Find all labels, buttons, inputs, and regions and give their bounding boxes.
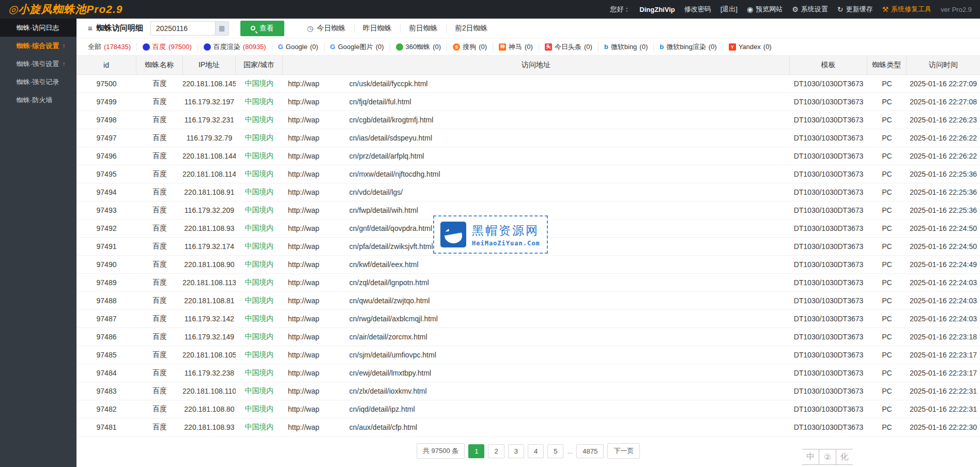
list-icon: ≡ <box>88 24 93 33</box>
table-row: 97486 百度 116.179.32.149 中国境内 http://wapc… <box>76 328 980 346</box>
cell-ip: 220.181.108.144 <box>183 147 236 165</box>
cell-ip: 220.181.108.145 <box>183 75 236 92</box>
censored-domain <box>319 238 349 255</box>
spider-filter[interactable]: b 微软bing渲染 (0) <box>653 42 722 52</box>
table-row: 97495 百度 220.181.108.114 中国境内 http://wap… <box>76 165 980 183</box>
page-button[interactable]: 4 <box>528 444 544 458</box>
spider-filter[interactable]: Y Yandex (0) <box>723 43 777 51</box>
top-header: ◎小旋风蜘蛛池Pro2.9 您好： DingZhiVip 修改密码 [退出] ◉… <box>0 0 980 19</box>
spider-count: (0) <box>763 43 772 51</box>
cell-url: http://wapcn/prz/detail/arfplq.html <box>283 147 790 165</box>
spider-icon <box>204 43 211 51</box>
cell-id: 97496 <box>76 147 136 165</box>
cell-spider-name: 百度 <box>136 274 183 291</box>
spider-count: (0) <box>310 43 318 51</box>
spider-count: (0) <box>479 43 487 51</box>
cell-spider-name: 百度 <box>136 201 183 219</box>
table-row: 97496 百度 220.181.108.144 中国境内 http://wap… <box>76 147 980 165</box>
cell-template: DT1030/1030DT3673 <box>790 418 867 436</box>
table-row: 97485 百度 220.181.108.105 中国境内 http://wap… <box>76 346 980 364</box>
column-header: 蜘蛛名称 <box>136 56 183 74</box>
censored-domain <box>319 111 349 129</box>
day-filter-link[interactable]: 前2日蜘蛛 <box>446 24 496 33</box>
cell-id: 97481 <box>76 418 136 436</box>
day-filter-link[interactable]: 昨日蜘蛛 <box>354 24 400 33</box>
cell-ip: 116.179.32.149 <box>183 328 236 346</box>
censored-domain <box>319 183 349 201</box>
cell-region: 中国境内 <box>236 111 283 129</box>
cell-template: DT1030/1030DT3673 <box>790 111 867 129</box>
cell-id: 97488 <box>76 292 136 309</box>
sidebar: ⌂ 后台首页 ⚙ 核心设置 ♟ 站群管理 ⚑ ▥ 站点优化 ⚑ ▤ 内容管理 ☌… <box>0 19 76 467</box>
sidebar-item[interactable]: 蜘蛛·防火墙 <box>0 91 76 109</box>
page-title: ≡ 蜘蛛访问明细 <box>88 23 143 33</box>
cell-id: 97484 <box>76 364 136 382</box>
spider-filter[interactable]: 百度渲染 (80935) <box>197 42 272 52</box>
username[interactable]: DingZhiVip <box>639 6 675 13</box>
censored-domain <box>319 418 349 436</box>
cell-region: 中国境内 <box>236 364 283 382</box>
day-filter-link[interactable]: 前日蜘蛛 <box>400 24 446 33</box>
cell-ip: 116.179.32.174 <box>183 238 236 255</box>
page-button[interactable]: 1 <box>468 444 484 458</box>
cell-visit-time: 2025-01-16 22:26:22 <box>907 129 980 147</box>
cell-visit-time: 2025-01-16 22:22:30 <box>907 418 980 436</box>
sidebar-item[interactable]: 蜘蛛·强引设置 ↑ <box>0 55 76 73</box>
spider-filter[interactable]: G Google图片 (0) <box>324 42 390 52</box>
page-button[interactable]: 5 <box>547 444 563 458</box>
cell-template: DT1030/1030DT3673 <box>790 183 867 201</box>
censored-domain <box>319 129 349 147</box>
censored-domain <box>319 292 349 309</box>
spider-filter[interactable]: 神 神马 (0) <box>493 42 539 52</box>
page-button[interactable]: 2 <box>488 444 504 458</box>
cell-visit-time: 2025-01-16 22:24:50 <box>907 220 980 237</box>
cell-url: http://wapcn/zql/detail/lgnpotn.html <box>283 274 790 291</box>
cell-visit-time: 2025-01-16 22:24:03 <box>907 292 980 309</box>
spider-icon: G <box>278 43 283 51</box>
spider-filter[interactable]: G Google (0) <box>272 43 324 51</box>
logout-link[interactable]: [退出] <box>721 5 738 14</box>
spider-filter[interactable]: 360蜘蛛 (0) <box>390 42 447 52</box>
stamp-char: 中 <box>802 449 819 464</box>
cell-ip: 220.181.108.114 <box>183 165 236 183</box>
censored-domain <box>319 382 349 400</box>
watermark-title: 黑帽资源网 <box>472 223 540 239</box>
cell-url: http://wapcn/ias/detail/sdspeyu.html <box>283 129 790 147</box>
spider-filter[interactable]: 百度 (97500) <box>136 42 197 52</box>
cell-ip: 220.181.108.81 <box>183 292 236 309</box>
next-page-button[interactable]: 下一页 <box>607 443 640 459</box>
repair-tool-link[interactable]: ⚒ 系统修复工具 <box>882 5 931 14</box>
spider-filter[interactable]: 全部 (178435) <box>88 42 136 52</box>
spider-filter[interactable]: b 微软bing (0) <box>598 42 653 52</box>
update-cache-link[interactable]: ↻ 更新缓存 <box>837 5 873 14</box>
spider-filter[interactable]: S 搜狗 (0) <box>447 42 493 52</box>
cell-region: 中国境内 <box>236 201 283 219</box>
cell-region: 中国境内 <box>236 183 283 201</box>
day-filter-link[interactable]: ◷ 今日蜘蛛 <box>299 24 354 33</box>
cell-template: DT1030/1030DT3673 <box>790 165 867 183</box>
last-page-button[interactable]: 4875 <box>576 444 604 458</box>
system-settings-link[interactable]: ⚙ 系统设置 <box>792 5 828 14</box>
preview-site-link[interactable]: ◉ 预览网站 <box>747 5 783 14</box>
spider-count: (0) <box>525 43 533 51</box>
wrench-icon: ⚒ <box>882 5 889 13</box>
sidebar-item[interactable]: 蜘蛛·访问日志 <box>0 19 76 37</box>
change-password-link[interactable]: 修改密码 <box>684 5 711 14</box>
cell-spider-name: 百度 <box>136 165 183 183</box>
refresh-icon: ↻ <box>837 5 844 13</box>
calendar-icon[interactable]: ▦ <box>215 22 228 35</box>
view-button[interactable]: 查看 <box>240 21 284 36</box>
spider-count: (0) <box>709 43 717 51</box>
sidebar-item[interactable]: 蜘蛛·强引记录 <box>0 73 76 91</box>
cell-spider-name: 百度 <box>136 346 183 364</box>
sidebar-item[interactable]: 蜘蛛·综合设置 ↑ <box>0 37 76 55</box>
cell-region: 中国境内 <box>236 75 283 92</box>
cell-visit-time: 2025-01-16 22:23:18 <box>907 328 980 346</box>
table-row: 97483 百度 220.181.108.110 中国境内 http://wap… <box>76 382 980 400</box>
spider-filter[interactable]: 头 今日头条 (0) <box>539 42 598 52</box>
censored-domain <box>319 274 349 291</box>
page-button[interactable]: 3 <box>508 444 524 458</box>
cell-url: http://wapcn/zlx/detail/ioxkmv.html <box>283 382 790 400</box>
cell-visit-time: 2025-01-16 22:23:17 <box>907 364 980 382</box>
table-row: 97488 百度 220.181.108.81 中国境内 http://wapc… <box>76 292 980 310</box>
